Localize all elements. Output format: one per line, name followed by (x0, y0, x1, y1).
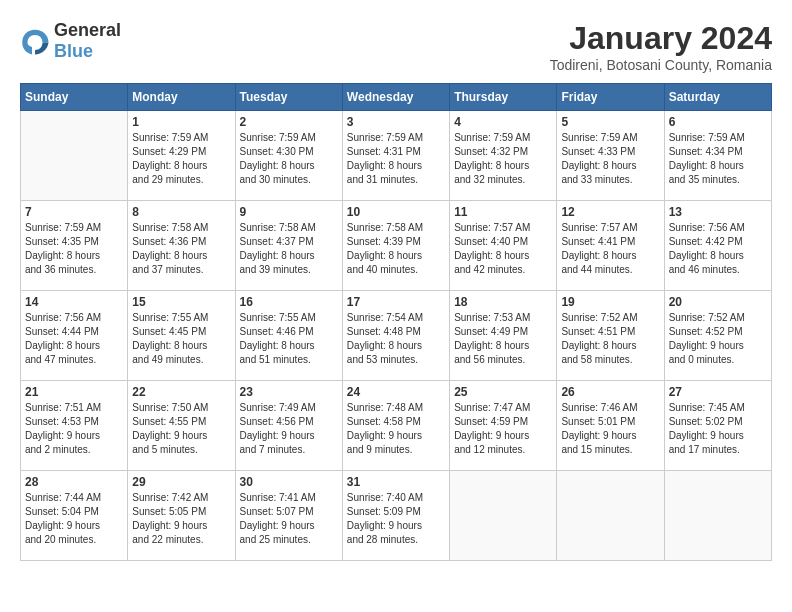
calendar-cell: 21Sunrise: 7:51 AM Sunset: 4:53 PM Dayli… (21, 381, 128, 471)
calendar-cell: 25Sunrise: 7:47 AM Sunset: 4:59 PM Dayli… (450, 381, 557, 471)
day-number: 22 (132, 385, 230, 399)
day-info: Sunrise: 7:50 AM Sunset: 4:55 PM Dayligh… (132, 401, 230, 457)
day-number: 19 (561, 295, 659, 309)
calendar-cell: 7Sunrise: 7:59 AM Sunset: 4:35 PM Daylig… (21, 201, 128, 291)
day-number: 4 (454, 115, 552, 129)
day-info: Sunrise: 7:59 AM Sunset: 4:32 PM Dayligh… (454, 131, 552, 187)
day-number: 21 (25, 385, 123, 399)
calendar-cell: 15Sunrise: 7:55 AM Sunset: 4:45 PM Dayli… (128, 291, 235, 381)
calendar-cell: 8Sunrise: 7:58 AM Sunset: 4:36 PM Daylig… (128, 201, 235, 291)
calendar-cell: 10Sunrise: 7:58 AM Sunset: 4:39 PM Dayli… (342, 201, 449, 291)
day-number: 7 (25, 205, 123, 219)
weekday-header-friday: Friday (557, 84, 664, 111)
day-info: Sunrise: 7:48 AM Sunset: 4:58 PM Dayligh… (347, 401, 445, 457)
month-title: January 2024 (550, 20, 772, 57)
day-info: Sunrise: 7:54 AM Sunset: 4:48 PM Dayligh… (347, 311, 445, 367)
page-header: General Blue January 2024 Todireni, Boto… (20, 20, 772, 73)
day-info: Sunrise: 7:52 AM Sunset: 4:52 PM Dayligh… (669, 311, 767, 367)
weekday-header-wednesday: Wednesday (342, 84, 449, 111)
day-number: 11 (454, 205, 552, 219)
day-info: Sunrise: 7:44 AM Sunset: 5:04 PM Dayligh… (25, 491, 123, 547)
calendar-cell: 30Sunrise: 7:41 AM Sunset: 5:07 PM Dayli… (235, 471, 342, 561)
day-number: 6 (669, 115, 767, 129)
day-number: 18 (454, 295, 552, 309)
calendar-cell (664, 471, 771, 561)
day-info: Sunrise: 7:56 AM Sunset: 4:44 PM Dayligh… (25, 311, 123, 367)
calendar-cell: 20Sunrise: 7:52 AM Sunset: 4:52 PM Dayli… (664, 291, 771, 381)
day-info: Sunrise: 7:45 AM Sunset: 5:02 PM Dayligh… (669, 401, 767, 457)
day-info: Sunrise: 7:56 AM Sunset: 4:42 PM Dayligh… (669, 221, 767, 277)
day-info: Sunrise: 7:59 AM Sunset: 4:30 PM Dayligh… (240, 131, 338, 187)
day-number: 12 (561, 205, 659, 219)
calendar-cell: 22Sunrise: 7:50 AM Sunset: 4:55 PM Dayli… (128, 381, 235, 471)
calendar-cell: 3Sunrise: 7:59 AM Sunset: 4:31 PM Daylig… (342, 111, 449, 201)
day-info: Sunrise: 7:59 AM Sunset: 4:35 PM Dayligh… (25, 221, 123, 277)
day-number: 23 (240, 385, 338, 399)
day-info: Sunrise: 7:42 AM Sunset: 5:05 PM Dayligh… (132, 491, 230, 547)
day-number: 14 (25, 295, 123, 309)
day-number: 8 (132, 205, 230, 219)
day-number: 25 (454, 385, 552, 399)
day-info: Sunrise: 7:55 AM Sunset: 4:45 PM Dayligh… (132, 311, 230, 367)
day-info: Sunrise: 7:52 AM Sunset: 4:51 PM Dayligh… (561, 311, 659, 367)
calendar-cell: 4Sunrise: 7:59 AM Sunset: 4:32 PM Daylig… (450, 111, 557, 201)
calendar-cell: 28Sunrise: 7:44 AM Sunset: 5:04 PM Dayli… (21, 471, 128, 561)
calendar-cell: 23Sunrise: 7:49 AM Sunset: 4:56 PM Dayli… (235, 381, 342, 471)
day-number: 5 (561, 115, 659, 129)
calendar-week-row: 14Sunrise: 7:56 AM Sunset: 4:44 PM Dayli… (21, 291, 772, 381)
day-info: Sunrise: 7:47 AM Sunset: 4:59 PM Dayligh… (454, 401, 552, 457)
day-number: 9 (240, 205, 338, 219)
day-number: 29 (132, 475, 230, 489)
day-info: Sunrise: 7:58 AM Sunset: 4:36 PM Dayligh… (132, 221, 230, 277)
calendar-cell: 1Sunrise: 7:59 AM Sunset: 4:29 PM Daylig… (128, 111, 235, 201)
calendar-cell: 5Sunrise: 7:59 AM Sunset: 4:33 PM Daylig… (557, 111, 664, 201)
day-number: 28 (25, 475, 123, 489)
day-number: 16 (240, 295, 338, 309)
calendar-cell: 2Sunrise: 7:59 AM Sunset: 4:30 PM Daylig… (235, 111, 342, 201)
calendar-week-row: 1Sunrise: 7:59 AM Sunset: 4:29 PM Daylig… (21, 111, 772, 201)
calendar-cell: 17Sunrise: 7:54 AM Sunset: 4:48 PM Dayli… (342, 291, 449, 381)
day-number: 15 (132, 295, 230, 309)
day-info: Sunrise: 7:49 AM Sunset: 4:56 PM Dayligh… (240, 401, 338, 457)
day-number: 1 (132, 115, 230, 129)
weekday-header-sunday: Sunday (21, 84, 128, 111)
day-info: Sunrise: 7:58 AM Sunset: 4:37 PM Dayligh… (240, 221, 338, 277)
calendar-cell: 26Sunrise: 7:46 AM Sunset: 5:01 PM Dayli… (557, 381, 664, 471)
calendar-cell: 24Sunrise: 7:48 AM Sunset: 4:58 PM Dayli… (342, 381, 449, 471)
day-info: Sunrise: 7:59 AM Sunset: 4:33 PM Dayligh… (561, 131, 659, 187)
calendar-week-row: 28Sunrise: 7:44 AM Sunset: 5:04 PM Dayli… (21, 471, 772, 561)
logo-text: General Blue (54, 20, 121, 62)
day-number: 31 (347, 475, 445, 489)
day-info: Sunrise: 7:41 AM Sunset: 5:07 PM Dayligh… (240, 491, 338, 547)
calendar-cell: 16Sunrise: 7:55 AM Sunset: 4:46 PM Dayli… (235, 291, 342, 381)
calendar-cell: 31Sunrise: 7:40 AM Sunset: 5:09 PM Dayli… (342, 471, 449, 561)
day-info: Sunrise: 7:59 AM Sunset: 4:29 PM Dayligh… (132, 131, 230, 187)
calendar-cell (450, 471, 557, 561)
calendar-cell: 13Sunrise: 7:56 AM Sunset: 4:42 PM Dayli… (664, 201, 771, 291)
weekday-header-thursday: Thursday (450, 84, 557, 111)
day-number: 2 (240, 115, 338, 129)
calendar-cell: 19Sunrise: 7:52 AM Sunset: 4:51 PM Dayli… (557, 291, 664, 381)
day-info: Sunrise: 7:57 AM Sunset: 4:41 PM Dayligh… (561, 221, 659, 277)
day-info: Sunrise: 7:59 AM Sunset: 4:31 PM Dayligh… (347, 131, 445, 187)
calendar-week-row: 21Sunrise: 7:51 AM Sunset: 4:53 PM Dayli… (21, 381, 772, 471)
calendar-table: SundayMondayTuesdayWednesdayThursdayFrid… (20, 83, 772, 561)
day-number: 30 (240, 475, 338, 489)
calendar-cell: 9Sunrise: 7:58 AM Sunset: 4:37 PM Daylig… (235, 201, 342, 291)
calendar-cell (557, 471, 664, 561)
calendar-cell: 27Sunrise: 7:45 AM Sunset: 5:02 PM Dayli… (664, 381, 771, 471)
calendar-week-row: 7Sunrise: 7:59 AM Sunset: 4:35 PM Daylig… (21, 201, 772, 291)
calendar-cell: 14Sunrise: 7:56 AM Sunset: 4:44 PM Dayli… (21, 291, 128, 381)
day-number: 26 (561, 385, 659, 399)
day-info: Sunrise: 7:51 AM Sunset: 4:53 PM Dayligh… (25, 401, 123, 457)
calendar-cell: 12Sunrise: 7:57 AM Sunset: 4:41 PM Dayli… (557, 201, 664, 291)
calendar-cell (21, 111, 128, 201)
title-block: January 2024 Todireni, Botosani County, … (550, 20, 772, 73)
day-number: 10 (347, 205, 445, 219)
calendar-cell: 6Sunrise: 7:59 AM Sunset: 4:34 PM Daylig… (664, 111, 771, 201)
weekday-header-row: SundayMondayTuesdayWednesdayThursdayFrid… (21, 84, 772, 111)
location: Todireni, Botosani County, Romania (550, 57, 772, 73)
day-info: Sunrise: 7:57 AM Sunset: 4:40 PM Dayligh… (454, 221, 552, 277)
weekday-header-monday: Monday (128, 84, 235, 111)
calendar-cell: 11Sunrise: 7:57 AM Sunset: 4:40 PM Dayli… (450, 201, 557, 291)
